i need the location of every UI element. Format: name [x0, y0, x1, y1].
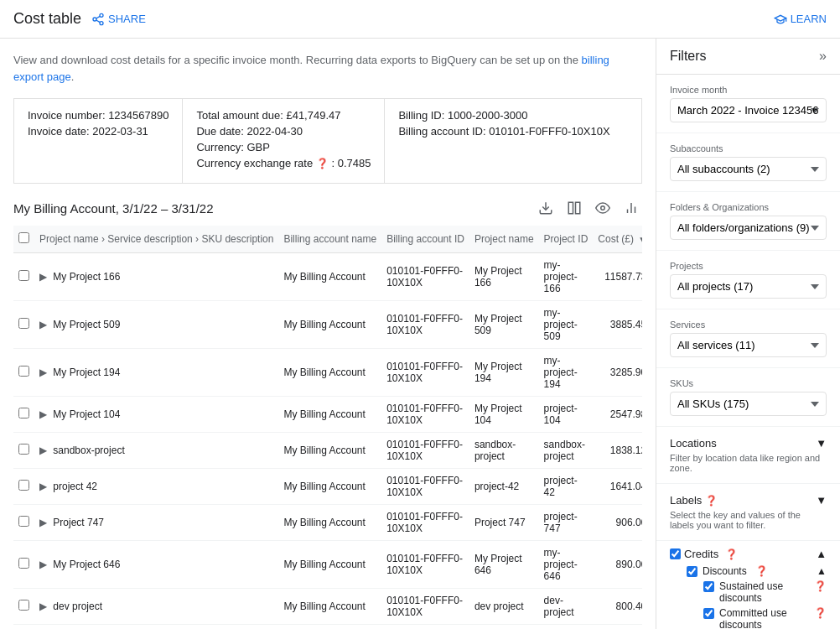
row-checkbox-cell	[13, 349, 34, 397]
row-checkbox-2[interactable]	[18, 366, 29, 377]
row-project-id: my-project-166	[539, 253, 594, 301]
row-checkbox-7[interactable]	[18, 558, 29, 569]
due-date-row: Due date: 2022-04-30	[196, 125, 371, 138]
row-checkbox-0[interactable]	[18, 270, 29, 281]
th-billing-account-name[interactable]: Billing account name	[278, 226, 381, 253]
row-project-name-col: My Project 166	[469, 253, 539, 301]
credits-checkbox[interactable]	[670, 548, 681, 559]
table-row: ▶ My Project 646 My Billing Account 0101…	[13, 541, 642, 589]
row-billing-name: My Billing Account	[278, 589, 381, 625]
currency-row: Currency: GBP	[196, 141, 371, 153]
credits-help-icon[interactable]: ❓	[725, 548, 738, 560]
row-billing-name: My Billing Account	[278, 505, 381, 541]
row-checkbox-5[interactable]	[18, 480, 29, 491]
row-checkbox-cell	[13, 505, 34, 541]
svg-rect-7	[576, 202, 580, 214]
invoice-month-select[interactable]: March 2022 - Invoice 1234567890	[670, 98, 827, 122]
header-left: Cost table SHARE	[13, 10, 146, 28]
expand-icon[interactable]: ▶	[39, 517, 47, 528]
row-project-name-col: My Project 509	[469, 301, 539, 349]
row-project-id: dev-project	[539, 589, 594, 625]
filter-projects: Projects All projects (17)	[656, 251, 840, 309]
expand-icon[interactable]: ▶	[39, 366, 47, 378]
th-project-id[interactable]: Project ID	[539, 226, 594, 253]
row-billing-name: My Billing Account	[278, 301, 381, 349]
subaccounts-label: Subaccounts	[670, 143, 827, 153]
download-icon	[538, 200, 553, 216]
row-billing-name: My Billing Account	[278, 253, 381, 301]
row-checkbox-4[interactable]	[18, 444, 29, 455]
row-checkbox-6[interactable]	[18, 516, 29, 527]
row-checkbox-1[interactable]	[18, 318, 29, 329]
locations-header[interactable]: Locations ▼	[670, 437, 827, 450]
row-checkbox-3[interactable]	[18, 408, 29, 418]
row-checkbox-cell	[13, 625, 34, 630]
discounts-checkbox[interactable]	[687, 566, 697, 577]
row-project-name: ▶ Project 10	[34, 625, 278, 630]
row-billing-name: My Billing Account	[278, 541, 381, 589]
table-row: ▶ dev project My Billing Account 010101-…	[13, 589, 642, 625]
folders-select[interactable]: All folders/organizations (9)	[670, 216, 827, 240]
row-checkbox-8[interactable]	[18, 600, 29, 611]
row-checkbox-cell	[13, 541, 34, 589]
invoice-col-2: Total amount due: £41,749.47 Due date: 2…	[183, 99, 385, 183]
row-project-name: ▶ My Project 646	[34, 541, 278, 589]
labels-help-icon[interactable]: ❓	[705, 495, 718, 507]
credits-header: Credits ❓ ▲	[670, 548, 827, 560]
discounts-help-icon[interactable]: ❓	[755, 565, 768, 577]
committed-help-icon[interactable]: ❓	[814, 607, 827, 619]
th-billing-account-id[interactable]: Billing account ID	[381, 226, 469, 253]
exchange-rate-row: Currency exchange rate ❓ : 0.7485	[196, 157, 371, 169]
filter-folders: Folders & Organizations All folders/orga…	[656, 192, 840, 251]
expand-icon[interactable]: ▶	[39, 319, 47, 330]
row-billing-id: 010101-F0FFF0-10X10X	[381, 433, 469, 469]
expand-icon[interactable]: ▶	[39, 444, 47, 456]
row-billing-name: My Billing Account	[278, 433, 381, 469]
expand-icon[interactable]: ▶	[39, 600, 47, 612]
projects-select[interactable]: All projects (17)	[670, 274, 827, 299]
table-row: ▶ My Project 104 My Billing Account 0101…	[13, 397, 642, 433]
expand-icon[interactable]: ▶	[39, 408, 47, 420]
row-project-name: ▶ My Project 509	[34, 301, 278, 349]
filters-title: Filters	[670, 49, 707, 64]
row-billing-id: 010101-F0FFF0-10X10X	[381, 469, 469, 505]
expand-icon[interactable]: ▶	[39, 271, 47, 283]
projects-label: Projects	[670, 261, 827, 271]
svg-point-8	[601, 206, 605, 211]
row-billing-id: 010101-F0FFF0-10X10X	[381, 397, 469, 433]
table-body: ▶ My Project 166 My Billing Account 0101…	[13, 253, 642, 630]
chart-button[interactable]	[620, 197, 642, 219]
row-project-id: my-project-509	[539, 301, 594, 349]
share-button[interactable]: SHARE	[91, 13, 146, 26]
learn-button[interactable]: LEARN	[774, 13, 827, 26]
sustained-use-checkbox[interactable]	[703, 581, 714, 592]
chart-icon	[624, 200, 639, 216]
services-select[interactable]: All services (11)	[670, 333, 827, 357]
th-cost[interactable]: Cost (£) ▼	[593, 226, 642, 253]
collapse-filters-button[interactable]: »	[819, 49, 827, 64]
svg-line-4	[96, 16, 101, 18]
discounts-group: Discounts ❓ ▲ Sustained use discounts ❓ …	[687, 565, 827, 629]
subaccounts-select[interactable]: All subaccounts (2)	[670, 157, 827, 181]
labels-header[interactable]: Labels ❓ ▼	[670, 494, 827, 507]
row-billing-name: My Billing Account	[278, 469, 381, 505]
credits-label: Credits	[684, 548, 718, 560]
sustained-use-row: Sustained use discounts ❓	[703, 580, 827, 604]
th-project-name-col[interactable]: Project name	[469, 226, 539, 253]
download-button[interactable]	[535, 197, 557, 219]
app-header: Cost table SHARE LEARN	[0, 0, 840, 39]
expand-icon[interactable]: ▶	[39, 559, 47, 570]
sustained-use-help-icon[interactable]: ❓	[814, 580, 827, 592]
th-project-name[interactable]: Project name › Service description › SKU…	[34, 226, 278, 253]
svg-line-3	[96, 20, 101, 23]
columns-button[interactable]	[563, 197, 585, 219]
row-billing-id: 010101-F0FFF0-10X10X	[381, 349, 469, 397]
select-all-checkbox[interactable]	[18, 232, 29, 243]
skus-select[interactable]: All SKUs (175)	[670, 392, 827, 416]
expand-icon[interactable]: ▶	[39, 481, 47, 492]
folders-label: Folders & Organizations	[670, 202, 827, 212]
main-layout: View and download cost details for a spe…	[0, 39, 840, 629]
row-billing-id: 010101-F0FFF0-10X10X	[381, 589, 469, 625]
committed-use-checkbox[interactable]	[703, 608, 714, 619]
view-button[interactable]	[592, 197, 614, 219]
